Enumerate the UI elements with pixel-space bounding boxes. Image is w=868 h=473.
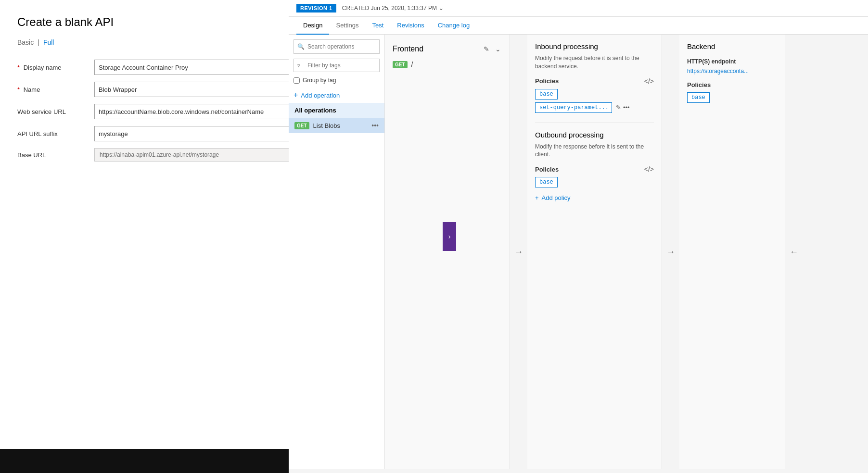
tab-test[interactable]: Test — [365, 17, 390, 35]
tab-change-log[interactable]: Change log — [431, 17, 477, 35]
inbound-processing-panel: Inbound processing Modify the request be… — [527, 35, 662, 469]
inbound-title: Inbound processing — [535, 42, 654, 50]
search-box: 🔍 — [294, 39, 380, 54]
backend-title: Backend — [687, 42, 778, 50]
endpoint-path: / — [411, 61, 413, 68]
plus-icon-policy: + — [535, 194, 539, 201]
add-policy-button[interactable]: + Add policy — [535, 194, 571, 201]
frontend-endpoint: GET / — [393, 61, 502, 68]
tab-settings[interactable]: Settings — [329, 17, 365, 35]
plus-icon: + — [294, 91, 298, 99]
policy-tag-set-query-row: set-query-paramet... ✎ ••• — [535, 102, 654, 113]
outbound-description: Modify the response before it is sent to… — [535, 143, 654, 159]
base-url-label: Base URL — [17, 151, 94, 159]
required-star: * — [17, 64, 20, 71]
outbound-code-editor-icon[interactable]: </> — [644, 165, 654, 173]
inbound-policies-label: Policies — [535, 77, 559, 85]
chevron-down-icon[interactable]: ⌄ — [494, 44, 502, 54]
web-service-url-label: Web service URL — [17, 108, 94, 115]
policy-tag-base[interactable]: base — [535, 89, 558, 100]
http-get-badge: GET — [294, 122, 309, 129]
api-url-suffix-label: API URL suffix — [17, 130, 94, 137]
operation-left: GET List Blobs — [294, 122, 340, 129]
revision-bar: REVISION 1 CREATED Jun 25, 2020, 1:33:37… — [289, 0, 868, 17]
group-by-tag-label: Group by tag — [303, 77, 336, 84]
code-editor-icon[interactable]: </> — [644, 77, 654, 85]
name-required-star: * — [17, 86, 20, 93]
tab-revisions[interactable]: Revisions — [390, 17, 431, 35]
group-by-tag-checkbox[interactable] — [294, 77, 300, 84]
chevron-right-icon: › — [448, 233, 451, 240]
arrow-right-2: → — [662, 35, 679, 469]
backend-url: https://storageacconta... — [687, 68, 778, 75]
edit-policy-icon[interactable]: ✎ — [616, 104, 621, 111]
policy-more-icon[interactable]: ••• — [623, 104, 630, 111]
tab-design[interactable]: Design — [296, 17, 329, 35]
frontend-header: Frontend ✎ ⌄ — [393, 44, 502, 54]
revision-badge: REVISION 1 — [296, 4, 336, 12]
middle-columns: Frontend ✎ ⌄ GET / → Inbound processing … — [385, 35, 868, 469]
frontend-actions: ✎ ⌄ — [483, 44, 502, 54]
arrow-left-backend: ← — [785, 35, 803, 469]
frontend-panel: Frontend ✎ ⌄ GET / — [385, 35, 510, 469]
frontend-title: Frontend — [393, 45, 423, 53]
tab-basic[interactable]: Basic — [17, 38, 34, 46]
filter-icon: ▿ — [297, 62, 300, 69]
all-operations-label: All operations — [289, 103, 384, 118]
search-icon: 🔍 — [297, 43, 305, 50]
filter-box: ▿ — [294, 59, 380, 72]
outbound-policies-label: Policies — [535, 166, 559, 173]
outbound-policies-header: Policies </> — [535, 165, 654, 173]
operations-panel: 🔍 ▿ Group by tag + Add operation All ope… — [289, 35, 385, 469]
backend-policy-tag-base[interactable]: base — [687, 92, 710, 103]
inbound-policies-header: Policies </> — [535, 77, 654, 85]
backend-panel: Backend HTTP(S) endpoint https://storage… — [679, 35, 785, 469]
filter-input[interactable] — [294, 59, 380, 72]
outbound-section: Outbound processing Modify the response … — [535, 123, 654, 202]
group-by-tag: Group by tag — [289, 75, 384, 87]
inbound-description: Modify the request before it is sent to … — [535, 54, 654, 71]
tab-separator: | — [38, 38, 39, 46]
revision-date: CREATED Jun 25, 2020, 1:33:37 PM ⌄ — [342, 5, 444, 12]
backend-endpoint-label: HTTP(S) endpoint — [687, 58, 778, 65]
add-operation-button[interactable]: + Add operation — [289, 87, 384, 103]
toggle-panel-button[interactable]: › — [443, 222, 456, 251]
panel-content: 🔍 ▿ Group by tag + Add operation All ope… — [289, 35, 868, 469]
more-options-icon[interactable]: ••• — [371, 122, 379, 129]
search-input[interactable] — [294, 39, 380, 54]
backend-policies-label: Policies — [687, 81, 778, 88]
get-method-badge: GET — [393, 61, 408, 68]
display-name-label: * Display name — [17, 64, 94, 71]
tab-bar: Design Settings Test Revisions Change lo… — [289, 17, 868, 35]
bottom-bar — [0, 449, 289, 473]
operation-name: List Blobs — [313, 122, 340, 129]
arrow-right: → — [510, 35, 527, 469]
edit-icon[interactable]: ✎ — [483, 44, 490, 54]
policy-tag-set-query[interactable]: set-query-paramet... — [535, 102, 612, 113]
chevron-down-icon[interactable]: ⌄ — [439, 5, 444, 12]
name-label: * Name — [17, 86, 94, 93]
policy-actions: ✎ ••• — [616, 104, 630, 111]
tab-full[interactable]: Full — [43, 38, 54, 46]
list-item[interactable]: GET List Blobs ••• — [289, 118, 384, 133]
api-panel: REVISION 1 CREATED Jun 25, 2020, 1:33:37… — [289, 0, 868, 473]
outbound-title: Outbound processing — [535, 131, 654, 139]
outbound-policy-tag-base[interactable]: base — [535, 177, 558, 187]
